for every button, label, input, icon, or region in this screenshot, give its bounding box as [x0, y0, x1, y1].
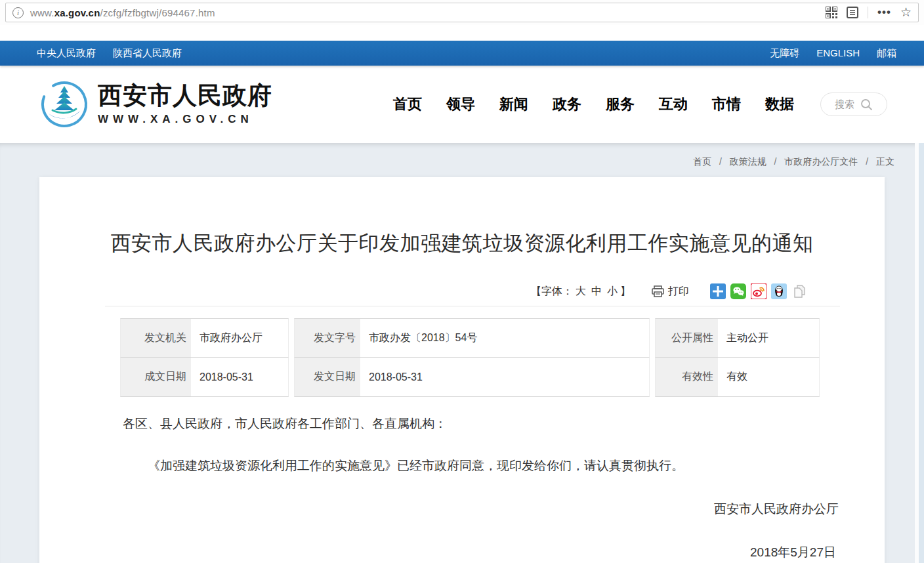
breadcrumb: 首页 / 政策法规 / 市政府办公厅文件 / 正文 — [0, 143, 924, 168]
nav-city-info[interactable]: 市情 — [712, 94, 741, 114]
search-icon — [860, 98, 873, 111]
link-central-gov[interactable]: 中央人民政府 — [37, 47, 96, 60]
breadcrumb-separator: / — [719, 156, 722, 167]
meta-label: 公开属性 — [656, 319, 718, 357]
toolbar-divider — [868, 7, 868, 18]
meta-cell-group: 发文字号 市政办发〔2018〕54号 — [294, 318, 650, 358]
nav-gov-affairs[interactable]: 政务 — [553, 94, 581, 114]
meta-cell-group: 发文机关 市政府办公厅 — [120, 318, 289, 358]
breadcrumb-policies[interactable]: 政策法规 — [730, 156, 766, 167]
meta-label: 有效性 — [656, 358, 718, 396]
browser-chrome: i www.xa.gov.cn/zcfg/fzfbgtwj/694467.htm… — [0, 0, 924, 25]
meta-row: 发文机关 市政府办公厅 发文字号 市政办发〔2018〕54号 公开属性 主动公开 — [120, 318, 816, 358]
body-paragraph: 《加强建筑垃圾资源化利用工作的实施意见》已经市政府同意，现印发给你们，请认真贯彻… — [123, 457, 839, 474]
meta-label: 发文机关 — [121, 319, 191, 357]
nav-data[interactable]: 数据 — [765, 94, 794, 114]
print-button[interactable]: 打印 — [652, 285, 689, 299]
meta-value: 2018-05-31 — [360, 358, 649, 396]
article-card: 西安市人民政府办公厅关于印发加强建筑垃圾资源化利用工作实施意见的通知 【字体：大… — [39, 177, 885, 563]
font-widget-open: 【字体： — [531, 285, 573, 297]
site-logo[interactable]: 西安市人民政府 WWW.XA.GOV.CN — [39, 79, 272, 129]
site-header: 西安市人民政府 WWW.XA.GOV.CN 首页 领导 新闻 政务 服务 互动 … — [0, 66, 924, 143]
scrollbar-track[interactable] — [915, 143, 924, 563]
document-date: 2018年5月27日 — [123, 544, 839, 561]
breadcrumb-separator: / — [774, 156, 777, 167]
nav-leaders[interactable]: 领导 — [446, 94, 475, 114]
address-bar[interactable]: i www.xa.gov.cn/zcfg/fzfbgtwj/694467.htm… — [5, 3, 919, 22]
meta-cell-group: 有效性 有效 — [655, 358, 820, 397]
print-label: 打印 — [668, 285, 689, 299]
site-name: 西安市人民政府 — [98, 83, 272, 110]
site-url-text: WWW.XA.GOV.CN — [98, 113, 272, 126]
main-nav: 首页 领导 新闻 政务 服务 互动 市情 数据 — [393, 94, 794, 114]
meta-label: 发文日期 — [295, 358, 360, 396]
meta-label: 成文日期 — [121, 358, 191, 396]
search-button[interactable]: 搜索 — [820, 93, 887, 116]
chrome-gap — [0, 25, 924, 41]
more-menu-icon[interactable]: ••• — [877, 9, 891, 16]
printer-icon — [652, 285, 664, 297]
link-shaanxi-gov[interactable]: 陕西省人民政府 — [113, 47, 182, 60]
document-title: 西安市人民政府办公厅关于印发加强建筑垃圾资源化利用工作实施意见的通知 — [39, 177, 885, 257]
meta-label: 发文字号 — [295, 319, 360, 357]
font-widget-close: 】 — [620, 285, 631, 297]
nav-news[interactable]: 新闻 — [499, 94, 528, 114]
meta-value: 市政府办公厅 — [191, 319, 288, 357]
qq-icon[interactable] — [771, 283, 787, 299]
meta-cell-group: 发文日期 2018-05-31 — [294, 358, 650, 397]
salutation-paragraph: 各区、县人民政府，市人民政府各工作部门、各直属机构： — [123, 415, 839, 432]
font-size-medium[interactable]: 中 — [591, 285, 602, 297]
font-size-small[interactable]: 小 — [607, 285, 618, 297]
signature: 西安市人民政府办公厅 — [123, 501, 839, 518]
meta-value: 有效 — [718, 358, 819, 396]
copy-icon[interactable] — [791, 283, 807, 299]
wechat-icon[interactable] — [730, 283, 746, 299]
nav-interaction[interactable]: 互动 — [659, 94, 688, 114]
nav-home[interactable]: 首页 — [393, 94, 422, 114]
breadcrumb-office-docs[interactable]: 市政府办公厅文件 — [784, 156, 858, 167]
qr-code-icon[interactable] — [826, 7, 837, 18]
content-background: 首页 / 政策法规 / 市政府办公厅文件 / 正文 西安市人民政府办公厅关于印发… — [0, 143, 924, 563]
link-english[interactable]: ENGLISH — [816, 47, 860, 60]
meta-value: 市政办发〔2018〕54号 — [360, 319, 649, 357]
meta-value: 2018-05-31 — [191, 358, 288, 396]
font-size-widget: 【字体：大中小】 — [531, 285, 631, 299]
font-size-large[interactable]: 大 — [576, 285, 586, 297]
breadcrumb-current: 正文 — [876, 156, 894, 167]
meta-cell-group: 成文日期 2018-05-31 — [120, 358, 289, 397]
share-bar — [710, 283, 807, 299]
meta-row: 成文日期 2018-05-31 发文日期 2018-05-31 有效性 有效 — [120, 358, 816, 397]
share-more-icon[interactable] — [710, 283, 726, 299]
search-label: 搜索 — [835, 98, 854, 111]
nav-services[interactable]: 服务 — [606, 94, 635, 114]
url-text[interactable]: www.xa.gov.cn/zcfg/fzfbgtwj/694467.htm — [30, 7, 215, 18]
document-meta-table: 发文机关 市政府办公厅 发文字号 市政办发〔2018〕54号 公开属性 主动公开… — [120, 318, 816, 397]
reader-mode-icon[interactable] — [847, 7, 858, 18]
meta-cell-group: 公开属性 主动公开 — [655, 318, 820, 358]
document-body: 各区、县人民政府，市人民政府各工作部门、各直属机构： 《加强建筑垃圾资源化利用工… — [39, 415, 885, 563]
weibo-icon[interactable] — [751, 283, 766, 299]
gov-links-bar: 中央人民政府 陕西省人民政府 无障碍 ENGLISH 邮箱 — [0, 41, 924, 66]
link-accessibility[interactable]: 无障碍 — [770, 47, 799, 60]
page-info-icon[interactable]: i — [12, 7, 24, 18]
toolbar-divider-line — [105, 306, 840, 306]
breadcrumb-home[interactable]: 首页 — [693, 156, 711, 167]
xian-gov-logo-icon — [39, 79, 89, 129]
link-mailbox[interactable]: 邮箱 — [877, 47, 896, 60]
breadcrumb-separator: / — [866, 156, 868, 167]
article-toolbar: 【字体：大中小】 打印 — [39, 283, 885, 299]
bookmark-star-icon[interactable]: ☆ — [900, 7, 912, 18]
meta-value: 主动公开 — [718, 319, 819, 357]
